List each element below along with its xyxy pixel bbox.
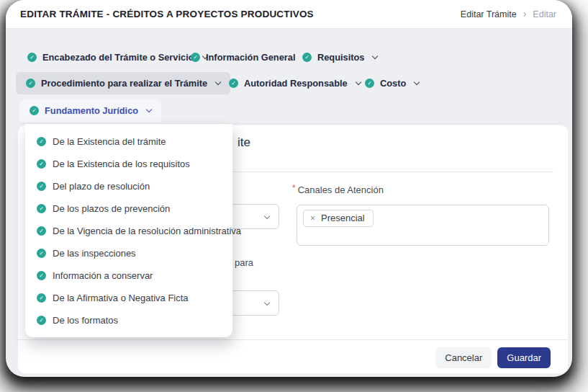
tab-label: Procedimiento para realizar el Trámite (41, 78, 207, 89)
screenshot-stage: EDITAR TRÁMITE - CRÉDITOS A PROYECTOS PR… (0, 0, 588, 392)
menu-item-label: De las inspecciones (53, 248, 136, 259)
breadcrumb-parent-link[interactable]: Editar Trámite (461, 9, 517, 19)
tab-procedimiento-para-realizar[interactable]: Procedimiento para realizar el Trámite (16, 72, 230, 94)
check-icon (229, 79, 238, 88)
menu-item-label: Del plazo de resolución (53, 181, 150, 192)
footer-actions: Cancelar Guardar (435, 347, 551, 368)
check-icon (27, 53, 37, 62)
chevron-down-icon (146, 107, 152, 112)
menu-item-label: De la Afirmativa o Negativa Ficta (53, 293, 189, 303)
menu-item-label: De los plazos de prevención (53, 203, 170, 214)
tab-label: Información General (206, 52, 295, 63)
check-icon (37, 159, 46, 169)
tab-label: Encabezado del Trámite o Servicio (42, 52, 194, 63)
breadcrumb-current: Editar (533, 9, 556, 19)
check-icon (26, 79, 35, 88)
canales-field-label: * Canales de Atención (292, 184, 384, 195)
menu-item-plazos-prevencion[interactable]: De los plazos de prevención (25, 197, 232, 220)
check-icon (37, 204, 46, 213)
tab-label: Requisitos (317, 52, 364, 63)
tab-label: Costo (380, 78, 406, 89)
menu-item-formatos[interactable]: De los formatos (25, 309, 232, 331)
check-icon (302, 53, 312, 62)
menu-item-label: De la Vigencia de la resolución administ… (53, 226, 241, 236)
menu-item-vigencia-resolucion[interactable]: De la Vigencia de la resolución administ… (25, 220, 232, 242)
check-icon (37, 293, 46, 303)
app-window: EDITAR TRÁMITE - CRÉDITOS A PROYECTOS PR… (6, 0, 572, 377)
chevron-down-icon (372, 53, 378, 59)
menu-item-label: De la Existencia de los requisitos (53, 159, 190, 169)
fundamento-juridico-dropdown: De la Existencia del trámite De la Exist… (25, 124, 232, 337)
footer-divider (18, 339, 568, 340)
check-icon (37, 182, 46, 191)
check-icon (37, 137, 46, 146)
menu-item-afirmativa-negativa-ficta[interactable]: De la Afirmativa o Negativa Ficta (25, 287, 232, 309)
page-title: EDITAR TRÁMITE - CRÉDITOS A PROYECTOS PR… (20, 9, 314, 19)
cancel-button[interactable]: Cancelar (435, 347, 492, 368)
check-icon (30, 106, 39, 115)
menu-item-plazo-resolucion[interactable]: Del plazo de resolución (25, 175, 232, 197)
menu-item-label: De la Existencia del trámite (53, 136, 166, 147)
chevron-right-icon: › (523, 9, 527, 19)
tab-autoridad-responsable[interactable]: Autoridad Responsable (219, 72, 371, 94)
check-icon (37, 271, 46, 280)
check-icon (37, 226, 46, 236)
page-header: EDITAR TRÁMITE - CRÉDITOS A PROYECTOS PR… (6, 0, 572, 29)
close-icon[interactable]: × (310, 214, 315, 223)
check-icon (37, 249, 46, 258)
hidden-field-label-partial: para (235, 257, 253, 268)
tag-label: Presencial (321, 213, 365, 223)
chevron-down-icon (264, 213, 270, 219)
menu-item-label: De los formatos (53, 315, 118, 326)
menu-item-existencia-tramite[interactable]: De la Existencia del trámite (25, 130, 232, 153)
menu-item-informacion-conservar[interactable]: Información a conservar (25, 264, 232, 287)
selected-tag-presencial: × Presencial (303, 210, 374, 227)
tab-label: Autoridad Responsable (244, 78, 348, 89)
chevron-down-icon (264, 300, 270, 306)
breadcrumb: Editar Trámite › Editar (461, 9, 556, 19)
chevron-down-icon (414, 79, 420, 85)
tab-requisitos[interactable]: Requisitos (292, 46, 387, 68)
tab-fundamento-juridico[interactable]: Fundamento Jurídico (19, 99, 161, 122)
check-icon (37, 316, 46, 325)
tab-label: Fundamento Jurídico (45, 105, 138, 116)
save-button[interactable]: Guardar (497, 347, 551, 368)
canales-de-atencion-multiselect[interactable]: × Presencial (297, 205, 549, 246)
required-asterisk: * (292, 183, 296, 193)
section-title-partial: ite (238, 135, 250, 150)
check-icon (365, 79, 374, 88)
menu-item-existencia-requisitos[interactable]: De la Existencia de los requisitos (25, 153, 232, 175)
tab-costo[interactable]: Costo (355, 72, 429, 94)
menu-item-label: Información a conservar (53, 270, 153, 281)
menu-item-inspecciones[interactable]: De las inspecciones (25, 242, 232, 264)
check-icon (191, 53, 200, 62)
